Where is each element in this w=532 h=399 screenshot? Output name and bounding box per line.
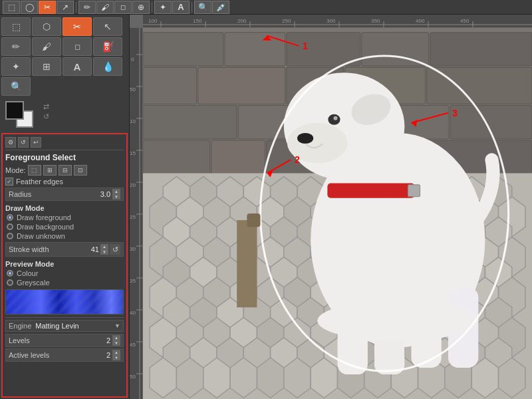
tool-fg-select-box[interactable]: ✂: [63, 17, 92, 36]
tool-eraser-box[interactable]: ◻: [63, 37, 92, 56]
tool-eyedropper[interactable]: 💉: [212, 1, 229, 14]
tool-rect-select[interactable]: ⬚: [3, 1, 20, 14]
foreground-color-swatch[interactable]: [5, 101, 24, 120]
tool-arrow[interactable]: ↗: [57, 1, 74, 14]
tool-eraser[interactable]: ◻: [114, 1, 132, 14]
levels-value: 2: [106, 336, 110, 344]
toolbox: ⬚ ⬡ ✂ ↖ ✏ 🖌 ◻ ⛽ ✦ ⊞ A 💧 🔍: [0, 15, 129, 98]
swap-colors-icon[interactable]: ⇄: [43, 102, 49, 111]
svg-text:50: 50: [130, 374, 136, 380]
ruler-top: 100 150 200 250 300 350 400 450: [143, 15, 532, 28]
radio-greyscale[interactable]: Greyscale: [7, 279, 124, 287]
main-toolbar: ⬚ ◯ ✂ ↗ ✏ 🖌 ◻ ⊕ ✦ A 🔍 💉: [0, 0, 532, 15]
stroke-value: 41: [91, 245, 99, 253]
tool-path[interactable]: ✦: [154, 1, 172, 14]
stroke-up[interactable]: ▲: [100, 244, 108, 249]
tool-brush[interactable]: 🖌: [96, 1, 114, 14]
tool-ellipse-select[interactable]: ◯: [21, 1, 38, 14]
svg-text:45: 45: [130, 342, 136, 348]
feather-label: Feather edges: [16, 178, 63, 186]
radius-value: 3.0: [100, 190, 110, 198]
svg-rect-41: [143, 33, 223, 66]
tool-zoom-box[interactable]: 🔍: [1, 77, 31, 96]
tool-rect-select-box[interactable]: ⬚: [1, 17, 31, 36]
svg-text:40: 40: [130, 310, 136, 316]
radio-fg-circle: [7, 214, 13, 221]
svg-rect-43: [287, 33, 360, 66]
tool-pencil[interactable]: ✏: [78, 1, 96, 14]
engine-value: Matting Levin: [35, 322, 114, 330]
radius-up[interactable]: ▲: [112, 189, 120, 194]
svg-point-200: [297, 133, 313, 144]
levels-up[interactable]: ▲: [112, 335, 120, 340]
levels-down[interactable]: ▼: [112, 340, 120, 346]
radio-colour-label: Colour: [17, 269, 38, 277]
tool-fg-select[interactable]: ✂: [39, 1, 56, 14]
radio-bg-circle: [7, 223, 13, 230]
icon-tool-options[interactable]: ⚙: [5, 137, 16, 148]
tool-zoom[interactable]: 🔍: [194, 1, 211, 14]
radius-row: Radius 3.0 ▲ ▼: [5, 188, 124, 201]
engine-row[interactable]: Engine Matting Levin ▼: [5, 320, 124, 332]
stroke-reset-btn[interactable]: ↺: [110, 244, 120, 255]
app-container: ⬚ ◯ ✂ ↗ ✏ 🖌 ◻ ⊕ ✦ A 🔍 💉 ⬚ ⬡ ✂ ↖ ✏ 🖌 ◻ ⛽: [0, 0, 532, 399]
levels-row: Levels 2 ▲ ▼: [5, 334, 124, 347]
preview-mode-title: Preview Mode: [5, 260, 124, 268]
radio-greyscale-label: Greyscale: [17, 279, 50, 287]
active-levels-label: Active levels: [9, 351, 106, 359]
radius-down[interactable]: ▼: [112, 194, 120, 200]
svg-text:450: 450: [460, 18, 469, 24]
icon-reset[interactable]: ↺: [18, 137, 29, 148]
mode-btn-add[interactable]: ⊞: [43, 165, 57, 176]
stroke-row: Stroke width 41 ▲ ▼ ↺: [5, 242, 124, 257]
svg-text:150: 150: [193, 18, 202, 24]
active-levels-down[interactable]: ▼: [112, 355, 120, 360]
mode-row: Mode: ⬚ ⊞ ⊟ ⊡: [5, 165, 124, 176]
tool-clone[interactable]: ⊕: [132, 1, 150, 14]
draw-mode-title: Draw Mode: [5, 204, 124, 212]
icon-history[interactable]: ↩: [31, 137, 41, 148]
mode-btn-intersect[interactable]: ⊡: [74, 165, 87, 176]
active-levels-up[interactable]: ▲: [112, 350, 120, 355]
tool-free-select-box[interactable]: ⬡: [32, 17, 61, 36]
radio-draw-fg[interactable]: Draw foreground: [7, 213, 124, 221]
svg-text:200: 200: [237, 18, 247, 24]
engine-dropdown-icon: ▼: [114, 323, 120, 329]
svg-rect-51: [143, 106, 237, 139]
image-canvas[interactable]: 1 2 3: [143, 28, 532, 399]
stroke-down[interactable]: ▼: [100, 249, 108, 255]
content-area: ⬚ ⬡ ✂ ↖ ✏ 🖌 ◻ ⛽ ✦ ⊞ A 💧 🔍: [0, 15, 532, 399]
tool-text[interactable]: A: [172, 1, 190, 14]
mode-btn-subtract[interactable]: ⊟: [59, 165, 72, 176]
tool-options-header: ⚙ ↺ ↩: [5, 137, 124, 150]
tool-pencil-box[interactable]: ✏: [1, 37, 31, 56]
mode-btn-replace[interactable]: ⬚: [28, 165, 41, 176]
tool-arrow-box[interactable]: ↖: [93, 17, 122, 36]
tool-bucket-box[interactable]: ⛽: [93, 37, 122, 56]
svg-rect-213: [237, 220, 257, 307]
tool-text-box[interactable]: A: [63, 57, 92, 76]
svg-text:30: 30: [130, 246, 136, 252]
tool-shapes-box[interactable]: ⊞: [32, 57, 61, 76]
color-gradient-preview: [5, 289, 124, 315]
tool-brush-box[interactable]: 🖌: [32, 37, 61, 56]
tool-dropper-box[interactable]: 💧: [93, 57, 122, 76]
svg-rect-42: [225, 33, 285, 66]
svg-text:25: 25: [130, 214, 136, 220]
reset-colors-icon[interactable]: ↺: [43, 112, 49, 121]
mode-label: Mode:: [5, 166, 26, 174]
radio-bg-label: Draw background: [17, 223, 74, 231]
levels-label: Levels: [9, 336, 106, 344]
active-levels-row: Active levels 2 ▲ ▼: [5, 348, 124, 362]
svg-point-202: [333, 116, 337, 120]
svg-text:2: 2: [295, 154, 300, 165]
tool-path-box[interactable]: ✦: [1, 57, 31, 76]
radio-draw-bg[interactable]: Draw background: [7, 223, 124, 231]
svg-rect-205: [327, 184, 414, 198]
radio-draw-unknown[interactable]: Draw unknown: [7, 232, 124, 240]
radio-colour[interactable]: Colour: [7, 269, 124, 277]
panel-title: Foreground Select: [5, 153, 124, 162]
svg-rect-45: [430, 33, 532, 66]
svg-text:1: 1: [303, 41, 308, 51]
feather-checkbox[interactable]: ✓: [5, 178, 13, 186]
